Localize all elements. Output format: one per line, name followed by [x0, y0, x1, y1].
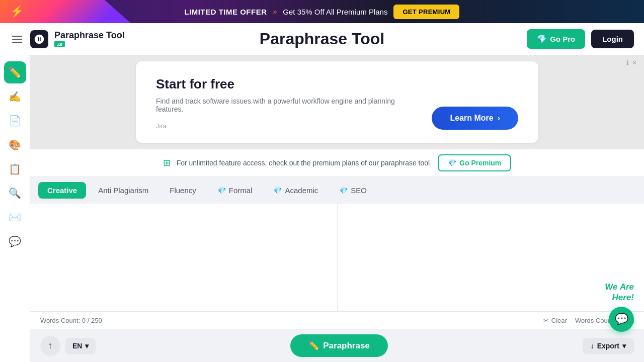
export-button[interactable]: ↓ Export ▾ — [583, 338, 634, 354]
sidebar: ✏️ ✍️ 📄 🎨 📋 🔍 ✉️ 💬 — [0, 55, 30, 362]
chat-open-button[interactable]: 💬 — [609, 307, 634, 332]
clear-label: Clear — [551, 317, 567, 324]
tab-fluency-label: Fluency — [170, 186, 196, 195]
ad-card: Start for free Find and track software i… — [136, 61, 538, 143]
export-label: Export — [597, 342, 619, 350]
premium-banner: ⊞ For unlimited feature access, check ou… — [30, 149, 644, 177]
go-pro-button[interactable]: 💎 Go Pro — [527, 29, 585, 49]
paraphrase-toolbar: ↑ EN ▾ ✏️ Paraphrase ↓ Export ▾ — [30, 329, 644, 362]
tab-seo-label: SEO — [351, 186, 367, 195]
seo-premium-icon: 💎 — [339, 187, 348, 195]
tab-fluency[interactable]: Fluency — [160, 182, 205, 199]
output-textarea[interactable] — [346, 212, 636, 303]
get-premium-banner-button[interactable]: GET PREMIUM — [393, 5, 459, 19]
logo-text: Paraphrase Tool — [54, 31, 125, 41]
formal-premium-icon: 💎 — [217, 187, 226, 195]
tab-anti-plagiarism-label: Anti Plagiarism — [98, 186, 148, 195]
sidebar-item-creative[interactable]: 🎨 — [4, 134, 26, 156]
logo-text-container: Paraphrase Tool .ai — [54, 31, 125, 47]
input-textarea[interactable] — [38, 212, 329, 303]
lightning-icon: ⚡ — [10, 5, 24, 18]
grid-icon: ⊞ — [163, 157, 171, 168]
scissor-icon: ✂ — [543, 317, 549, 324]
academic-premium-icon: 💎 — [273, 187, 282, 195]
page-title: Paraphrase Tool — [260, 30, 384, 48]
tab-creative-label: Creative — [47, 186, 77, 195]
chevron-down-icon: ▾ — [85, 342, 89, 350]
sidebar-item-document[interactable]: 📄 — [4, 110, 26, 132]
sidebar-item-list[interactable]: 📋 — [4, 158, 26, 180]
clear-button[interactable]: ✂ Clear — [543, 317, 567, 324]
header-left: Paraphrase Tool .ai — [10, 30, 125, 48]
sidebar-item-search[interactable]: 🔍 — [4, 182, 26, 204]
ad-card-left: Start for free Find and track software i… — [156, 76, 432, 130]
export-icon: ↓ — [591, 342, 594, 350]
banner-lightning-bg: ⚡ — [0, 0, 131, 23]
chat-bubble-text: We Are Here! — [605, 282, 634, 303]
tab-seo[interactable]: 💎 SEO — [330, 182, 376, 199]
sidebar-item-compose[interactable]: ✉️ — [4, 206, 26, 228]
upload-icon: ↑ — [48, 340, 53, 351]
tab-formal[interactable]: 💎 Formal — [208, 182, 262, 199]
tab-creative[interactable]: Creative — [38, 182, 86, 199]
logo-icon — [30, 30, 48, 48]
logo-svg — [34, 34, 45, 45]
hamburger-line-1 — [12, 36, 22, 37]
go-pro-label: Go Pro — [550, 35, 575, 43]
header-right: 💎 Go Pro Login — [527, 29, 634, 49]
premium-banner-text: For unlimited feature access, check out … — [177, 159, 432, 167]
chevron-right-icon: › — [498, 114, 500, 123]
logo-ai-badge: .ai — [54, 41, 65, 47]
chat-text-line1: We Are — [605, 282, 634, 292]
chat-icon: 💬 — [615, 313, 628, 326]
editor-area — [30, 204, 644, 311]
toolbar-left: ↑ EN ▾ — [40, 336, 96, 356]
word-count-left: Words Count: 0 / 250 — [40, 317, 102, 324]
tab-formal-label: Formal — [229, 186, 253, 195]
editor-right-pane — [338, 204, 645, 311]
lang-label: EN — [72, 342, 82, 350]
tab-academic-label: Academic — [285, 186, 318, 195]
main-layout: ✏️ ✍️ 📄 🎨 📋 🔍 ✉️ 💬 ℹ ✕ Start for free Fi… — [0, 55, 644, 362]
ad-source: Jira — [156, 122, 432, 130]
learn-more-label: Learn More — [450, 114, 493, 123]
paraphrase-icon: ✏️ — [308, 340, 319, 351]
ad-title: Start for free — [156, 76, 432, 92]
learn-more-button[interactable]: Learn More › — [432, 107, 518, 130]
banner-arrows: » — [273, 8, 277, 16]
sidebar-item-paraphrase[interactable]: ✏️ — [4, 61, 26, 83]
ad-controls: ℹ ✕ — [626, 59, 637, 66]
tab-anti-plagiarism[interactable]: Anti Plagiarism — [89, 182, 157, 199]
word-count-bar: Words Count: 0 / 250 ✂ Clear Words Count… — [30, 311, 644, 329]
tab-academic[interactable]: 💎 Academic — [264, 182, 327, 199]
banner-description: Get 35% Off All Premium Plans — [283, 8, 387, 16]
chat-widget: We Are Here! 💬 — [605, 282, 634, 332]
upload-button[interactable]: ↑ — [40, 336, 60, 356]
ad-info-icon[interactable]: ℹ — [626, 59, 629, 66]
language-selector[interactable]: EN ▾ — [65, 338, 96, 354]
ad-close-icon[interactable]: ✕ — [632, 59, 637, 66]
hamburger-line-3 — [12, 42, 22, 43]
login-button[interactable]: Login — [591, 30, 634, 48]
ad-area: ℹ ✕ Start for free Find and track softwa… — [30, 55, 644, 149]
export-chevron-icon: ▾ — [622, 342, 626, 350]
content-area: ℹ ✕ Start for free Find and track softwa… — [30, 55, 644, 362]
chat-text-line2: Here! — [605, 293, 634, 303]
go-premium-button[interactable]: 💎 Go Premium — [438, 154, 511, 171]
hamburger-line-2 — [12, 39, 22, 40]
header: Paraphrase Tool .ai Paraphrase Tool 💎 Go… — [0, 23, 644, 55]
editor-left-pane — [30, 204, 337, 311]
sidebar-item-chat[interactable]: 💬 — [4, 230, 26, 252]
header-center: Paraphrase Tool — [260, 30, 384, 48]
premium-diamond-icon: 💎 — [448, 159, 456, 167]
top-banner: ⚡ LIMITED TIME OFFER » Get 35% Off All P… — [0, 0, 644, 23]
banner-offer-text: LIMITED TIME OFFER — [185, 8, 267, 16]
hamburger-menu-button[interactable] — [10, 34, 24, 45]
tabs-bar: Creative Anti Plagiarism Fluency 💎 Forma… — [30, 177, 644, 204]
paraphrase-label: Paraphrase — [323, 341, 370, 351]
toolbar-right: ↓ Export ▾ — [583, 338, 634, 354]
go-premium-label: Go Premium — [459, 159, 501, 167]
sidebar-item-grammar[interactable]: ✍️ — [4, 85, 26, 108]
diamond-icon: 💎 — [537, 34, 547, 44]
paraphrase-button[interactable]: ✏️ Paraphrase — [290, 334, 388, 357]
